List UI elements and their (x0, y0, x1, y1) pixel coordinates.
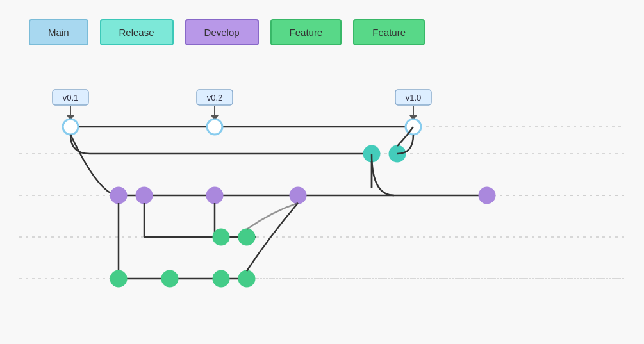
svg-point-32 (213, 229, 229, 245)
svg-text:v0.2: v0.2 (207, 93, 223, 102)
svg-point-29 (290, 188, 306, 203)
svg-point-33 (239, 229, 254, 245)
svg-point-26 (111, 188, 126, 203)
svg-point-30 (479, 188, 495, 203)
svg-point-36 (111, 271, 126, 286)
svg-point-27 (136, 188, 152, 203)
svg-point-28 (207, 188, 222, 203)
legend-release: Release (100, 19, 174, 45)
legend: Main Release Develop Feature Feature (0, 0, 644, 45)
legend-feature1: Feature (270, 19, 342, 45)
svg-point-37 (162, 271, 178, 286)
legend-feature2: Feature (353, 19, 425, 45)
legend-develop: Develop (185, 19, 259, 45)
svg-text:v1.0: v1.0 (406, 93, 422, 102)
svg-point-38 (213, 271, 229, 286)
diagram: v0.1 v0.2 v1.0 (0, 83, 644, 340)
svg-point-19 (207, 119, 222, 135)
svg-point-18 (63, 119, 78, 135)
svg-point-39 (239, 271, 254, 286)
svg-text:v0.1: v0.1 (63, 93, 79, 102)
legend-main: Main (29, 19, 88, 45)
